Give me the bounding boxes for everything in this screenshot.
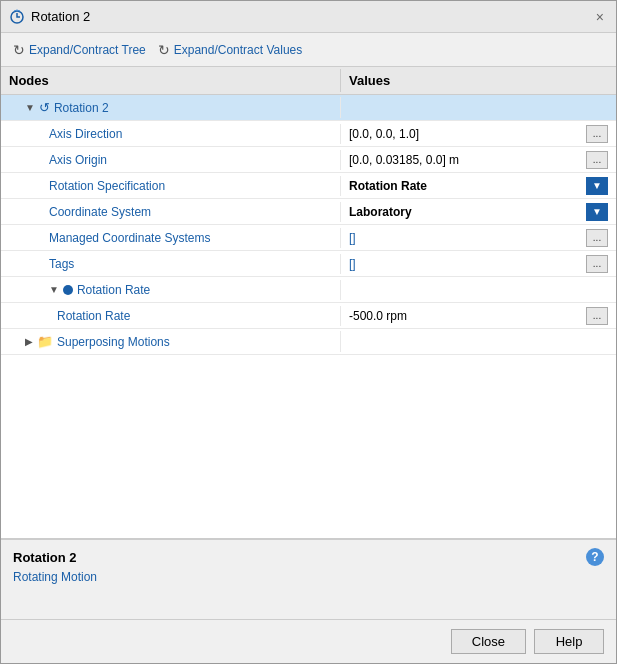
properties-table: Nodes Values ▼ ↺ Rotation 2 Axis Directi… <box>1 67 616 539</box>
node-coord-system: Coordinate System <box>1 202 341 222</box>
bottom-title-row: Rotation 2 ? <box>13 548 604 566</box>
axis-direction-ellipsis-button[interactable]: ... <box>586 125 608 143</box>
table-row[interactable]: Rotation Rate -500.0 rpm ... <box>1 303 616 329</box>
footer: Close Help <box>1 619 616 663</box>
node-superposing: ▶ 📁 Superposing Motions <box>1 331 341 352</box>
value-rotation-rate-group <box>341 287 616 293</box>
node-managed-coord: Managed Coordinate Systems <box>1 228 341 248</box>
rotation-icon: ↺ <box>39 100 50 115</box>
table-header: Nodes Values <box>1 67 616 95</box>
title-bar-left: Rotation 2 <box>9 9 90 25</box>
managed-coord-ellipsis-button[interactable]: ... <box>586 229 608 247</box>
table-row[interactable]: Managed Coordinate Systems [] ... <box>1 225 616 251</box>
help-button[interactable]: Help <box>534 629 604 654</box>
coord-system-dropdown-button[interactable]: ▼ <box>586 203 608 221</box>
table-row[interactable]: ▼ ↺ Rotation 2 <box>1 95 616 121</box>
tags-ellipsis-button[interactable]: ... <box>586 255 608 273</box>
value-superposing <box>341 339 616 345</box>
axis-origin-ellipsis-button[interactable]: ... <box>586 151 608 169</box>
nodes-column-header: Nodes <box>1 69 341 92</box>
values-column-header: Values <box>341 69 616 92</box>
bottom-subtitle-text: Rotating Motion <box>13 570 604 584</box>
node-rotation-rate-val: Rotation Rate <box>1 306 341 326</box>
table-row[interactable]: ▶ 📁 Superposing Motions <box>1 329 616 355</box>
value-rotation2 <box>341 105 616 111</box>
rotation-spec-dropdown-button[interactable]: ▼ <box>586 177 608 195</box>
node-rotation-rate-group: ▼ Rotation Rate <box>1 280 341 300</box>
help-icon-button[interactable]: ? <box>586 548 604 566</box>
main-window: Rotation 2 × ↻ Expand/Contract Tree ↻ Ex… <box>0 0 617 664</box>
value-rotation-spec: Rotation Rate ▼ <box>341 174 616 198</box>
value-rotation-rate-val: -500.0 rpm ... <box>341 304 616 328</box>
rotation-rate-expand-icon[interactable]: ▼ <box>49 284 59 295</box>
expand-icon[interactable]: ▼ <box>25 102 35 113</box>
blue-dot-icon <box>63 285 73 295</box>
superposing-expand-icon[interactable]: ▶ <box>25 336 33 347</box>
table-row[interactable]: Rotation Specification Rotation Rate ▼ <box>1 173 616 199</box>
bottom-title-text: Rotation 2 <box>13 550 77 565</box>
window-icon <box>9 9 25 25</box>
value-axis-origin: [0.0, 0.03185, 0.0] m ... <box>341 148 616 172</box>
expand-tree-icon: ↻ <box>13 42 25 58</box>
node-axis-origin: Axis Origin <box>1 150 341 170</box>
folder-icon: 📁 <box>37 334 53 349</box>
expand-values-button[interactable]: ↻ Expand/Contract Values <box>154 40 307 60</box>
table-body: ▼ ↺ Rotation 2 Axis Direction [0.0, 0.0,… <box>1 95 616 538</box>
node-rotation-spec: Rotation Specification <box>1 176 341 196</box>
expand-values-icon: ↻ <box>158 42 170 58</box>
value-managed-coord: [] ... <box>341 226 616 250</box>
node-rotation2: ▼ ↺ Rotation 2 <box>1 97 341 118</box>
table-row[interactable]: Coordinate System Laboratory ▼ <box>1 199 616 225</box>
expand-tree-button[interactable]: ↻ Expand/Contract Tree <box>9 40 150 60</box>
rotation-rate-ellipsis-button[interactable]: ... <box>586 307 608 325</box>
table-row[interactable]: Axis Direction [0.0, 0.0, 1.0] ... <box>1 121 616 147</box>
table-row[interactable]: ▼ Rotation Rate <box>1 277 616 303</box>
value-coord-system: Laboratory ▼ <box>341 200 616 224</box>
table-row[interactable]: Axis Origin [0.0, 0.03185, 0.0] m ... <box>1 147 616 173</box>
bottom-info-panel: Rotation 2 ? Rotating Motion <box>1 539 616 619</box>
value-tags: [] ... <box>341 252 616 276</box>
table-row[interactable]: Tags [] ... <box>1 251 616 277</box>
toolbar: ↻ Expand/Contract Tree ↻ Expand/Contract… <box>1 33 616 67</box>
window-title: Rotation 2 <box>31 9 90 24</box>
close-window-button[interactable]: × <box>592 8 608 26</box>
node-axis-direction: Axis Direction <box>1 124 341 144</box>
node-tags: Tags <box>1 254 341 274</box>
close-button[interactable]: Close <box>451 629 526 654</box>
value-axis-direction: [0.0, 0.0, 1.0] ... <box>341 122 616 146</box>
title-bar: Rotation 2 × <box>1 1 616 33</box>
